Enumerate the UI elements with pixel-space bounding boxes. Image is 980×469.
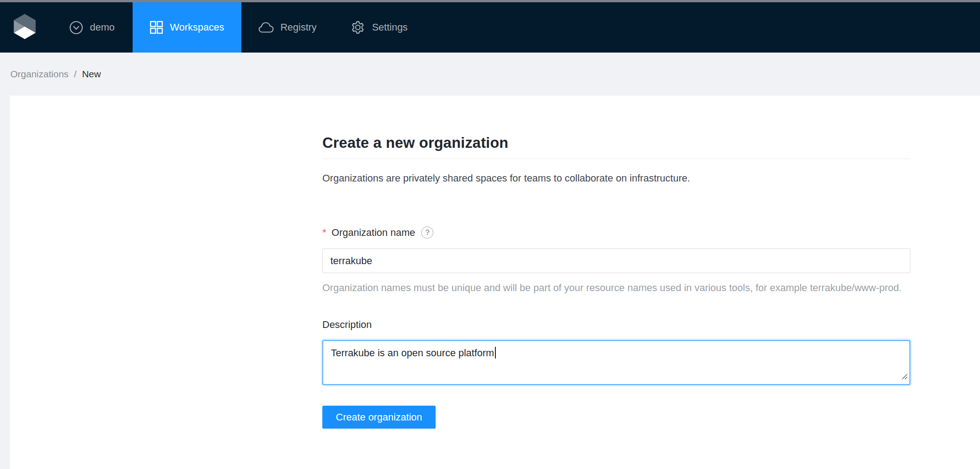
create-organization-button[interactable]: Create organization bbox=[322, 406, 436, 429]
text-caret bbox=[495, 347, 496, 358]
tab-registry-label: Registry bbox=[281, 22, 317, 33]
app-logo[interactable] bbox=[0, 2, 49, 53]
description-text: Terrakube is an open source platform bbox=[331, 347, 494, 358]
page-title: Create a new organization bbox=[322, 134, 910, 151]
top-navbar: demo Workspaces Registry Setting bbox=[0, 2, 980, 53]
title-divider bbox=[322, 159, 910, 159]
description-textarea[interactable]: Terrakube is an open source platform bbox=[322, 340, 910, 385]
create-organization-form: Create a new organization Organizations … bbox=[322, 96, 910, 429]
breadcrumb-separator: / bbox=[69, 69, 82, 80]
terrakube-logo-icon bbox=[13, 13, 37, 42]
gear-icon bbox=[351, 20, 365, 35]
organization-selector[interactable]: demo bbox=[65, 2, 119, 53]
org-name-help-text: Organization names must be unique and wi… bbox=[322, 279, 910, 296]
cloud-icon bbox=[258, 22, 274, 33]
tab-workspaces-label: Workspaces bbox=[170, 22, 224, 33]
required-asterisk: * bbox=[322, 227, 326, 239]
tab-settings[interactable]: Settings bbox=[334, 2, 425, 53]
tab-workspaces[interactable]: Workspaces bbox=[133, 2, 241, 53]
breadcrumb: Organizations / New bbox=[0, 53, 980, 96]
org-name-label: Organization name bbox=[332, 227, 415, 239]
description-label: Description bbox=[322, 319, 910, 331]
resize-handle-icon[interactable] bbox=[900, 371, 908, 382]
tab-settings-label: Settings bbox=[372, 22, 408, 33]
appstore-icon bbox=[150, 21, 163, 34]
form-subtitle: Organizations are privately shared space… bbox=[322, 173, 910, 184]
tab-registry[interactable]: Registry bbox=[241, 2, 334, 53]
content-card: Create a new organization Organizations … bbox=[10, 96, 980, 469]
down-circle-icon bbox=[69, 21, 83, 35]
org-name-label-row: * Organization name ? bbox=[322, 226, 910, 239]
breadcrumb-new: New bbox=[82, 69, 101, 80]
question-circle-icon[interactable]: ? bbox=[421, 226, 433, 239]
breadcrumb-organizations[interactable]: Organizations bbox=[10, 69, 69, 80]
organization-selector-label: demo bbox=[90, 22, 115, 33]
org-name-input[interactable] bbox=[322, 248, 910, 273]
